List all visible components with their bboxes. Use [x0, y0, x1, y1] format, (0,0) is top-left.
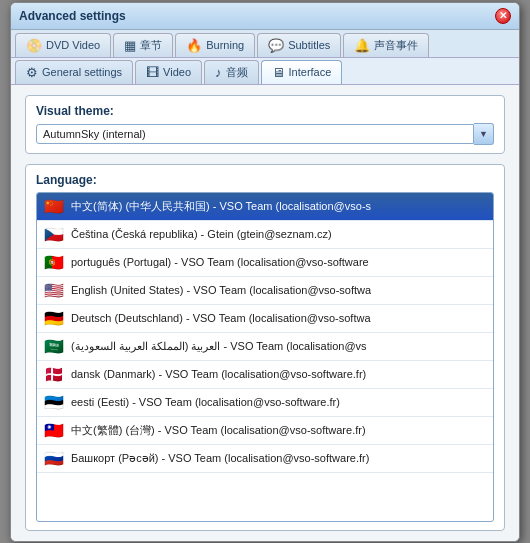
flag-icon: 🇺🇸 — [43, 281, 65, 300]
language-list-item[interactable]: 🇷🇺Башкорт (Рәсәй) - VSO Team (localisati… — [37, 445, 493, 473]
tab-general-label: General settings — [42, 66, 122, 78]
language-list-item[interactable]: 🇹🇼中文(繁體) (台灣) - VSO Team (localisation@v… — [37, 417, 493, 445]
general-icon: ⚙ — [26, 65, 38, 80]
language-list[interactable]: 🇨🇳中文(简体) (中华人民共和国) - VSO Team (localisat… — [36, 192, 494, 522]
tab-chapters[interactable]: ▦ 章节 — [113, 33, 173, 57]
flag-icon: 🇨🇿 — [43, 225, 65, 244]
tab-audio-label: 音频 — [226, 65, 248, 80]
tab-video-label: Video — [163, 66, 191, 78]
title-bar: Advanced settings ✕ — [11, 3, 519, 30]
flag-icon: 🇹🇼 — [43, 421, 65, 440]
tab-chapters-label: 章节 — [140, 38, 162, 53]
content-area: Visual theme: AutumnSky (internal) ▼ Lan… — [11, 85, 519, 541]
subtitles-icon: 💬 — [268, 38, 284, 53]
tab-interface-label: Interface — [289, 66, 332, 78]
language-item-text: eesti (Eesti) - VSO Team (localisation@v… — [71, 396, 340, 408]
theme-dropdown[interactable]: AutumnSky (internal) — [36, 124, 474, 144]
language-item-text: português (Portugal) - VSO Team (localis… — [71, 256, 369, 268]
tab-video[interactable]: 🎞 Video — [135, 60, 202, 84]
language-item-text: Башкорт (Рәсәй) - VSO Team (localisation… — [71, 452, 369, 465]
tab-dvd-label: DVD Video — [46, 39, 100, 51]
tabs-row1: 📀 DVD Video ▦ 章节 🔥 Burning 💬 Subtitles 🔔… — [11, 30, 519, 58]
dvd-icon: 📀 — [26, 38, 42, 53]
tab-subtitles[interactable]: 💬 Subtitles — [257, 33, 341, 57]
audio-events-icon: 🔔 — [354, 38, 370, 53]
theme-dropdown-container: AutumnSky (internal) ▼ — [36, 123, 494, 145]
tab-audio-events-label: 声音事件 — [374, 38, 418, 53]
tab-interface[interactable]: 🖥 Interface — [261, 60, 343, 84]
tab-general-settings[interactable]: ⚙ General settings — [15, 60, 133, 84]
language-list-item[interactable]: 🇩🇪Deutsch (Deutschland) - VSO Team (loca… — [37, 305, 493, 333]
window-title: Advanced settings — [19, 9, 126, 23]
language-item-text: Čeština (Česká republika) - Gtein (gtein… — [71, 228, 332, 240]
burning-icon: 🔥 — [186, 38, 202, 53]
flag-icon: 🇵🇹 — [43, 253, 65, 272]
video-icon: 🎞 — [146, 65, 159, 80]
visual-theme-section: Visual theme: AutumnSky (internal) ▼ — [25, 95, 505, 154]
tab-burning[interactable]: 🔥 Burning — [175, 33, 255, 57]
flag-icon: 🇪🇪 — [43, 393, 65, 412]
flag-icon: 🇩🇪 — [43, 309, 65, 328]
language-item-text: English (United States) - VSO Team (loca… — [71, 284, 371, 296]
flag-icon: 🇨🇳 — [43, 197, 65, 216]
flag-icon: 🇷🇺 — [43, 449, 65, 468]
tab-audio[interactable]: ♪ 音频 — [204, 60, 259, 84]
advanced-settings-window: Advanced settings ✕ 📀 DVD Video ▦ 章节 🔥 B… — [10, 2, 520, 542]
tabs-row2: ⚙ General settings 🎞 Video ♪ 音频 🖥 Interf… — [11, 58, 519, 85]
language-item-text: العربية (المملكة العربية السعودية) - VSO… — [71, 340, 367, 353]
language-item-text: Deutsch (Deutschland) - VSO Team (locali… — [71, 312, 371, 324]
flag-icon: 🇩🇰 — [43, 365, 65, 384]
theme-dropdown-arrow[interactable]: ▼ — [474, 123, 494, 145]
tab-dvd-video[interactable]: 📀 DVD Video — [15, 33, 111, 57]
language-list-item[interactable]: 🇨🇿Čeština (Česká republika) - Gtein (gte… — [37, 221, 493, 249]
visual-theme-label: Visual theme: — [36, 104, 494, 118]
language-list-item[interactable]: 🇨🇳中文(简体) (中华人民共和国) - VSO Team (localisat… — [37, 193, 493, 221]
language-label: Language: — [36, 173, 494, 187]
language-item-text: dansk (Danmark) - VSO Team (localisation… — [71, 368, 366, 380]
language-list-item[interactable]: 🇪🇪eesti (Eesti) - VSO Team (localisation… — [37, 389, 493, 417]
language-item-text: 中文(繁體) (台灣) - VSO Team (localisation@vso… — [71, 423, 366, 438]
language-list-item[interactable]: 🇸🇦العربية (المملكة العربية السعودية) - V… — [37, 333, 493, 361]
language-list-item[interactable]: 🇩🇰dansk (Danmark) - VSO Team (localisati… — [37, 361, 493, 389]
close-button[interactable]: ✕ — [495, 8, 511, 24]
audio-icon: ♪ — [215, 65, 222, 80]
chapters-icon: ▦ — [124, 38, 136, 53]
language-list-item[interactable]: 🇵🇹português (Portugal) - VSO Team (local… — [37, 249, 493, 277]
tab-subtitles-label: Subtitles — [288, 39, 330, 51]
language-section: Language: 🇨🇳中文(简体) (中华人民共和国) - VSO Team … — [25, 164, 505, 531]
interface-icon: 🖥 — [272, 65, 285, 80]
flag-icon: 🇸🇦 — [43, 337, 65, 356]
language-item-text: 中文(简体) (中华人民共和国) - VSO Team (localisatio… — [71, 199, 371, 214]
language-list-item[interactable]: 🇺🇸English (United States) - VSO Team (lo… — [37, 277, 493, 305]
tab-audio-events[interactable]: 🔔 声音事件 — [343, 33, 429, 57]
tab-burning-label: Burning — [206, 39, 244, 51]
